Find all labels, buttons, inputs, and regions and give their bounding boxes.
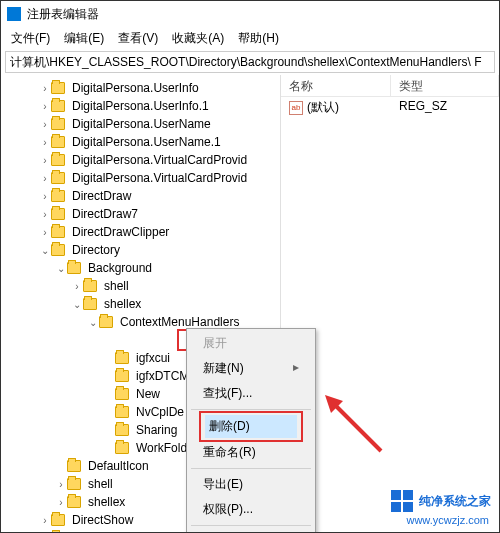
tree-item-label: DirectShow	[69, 512, 136, 528]
tree-item[interactable]: ›DigitalPersona.UserInfo.1	[1, 97, 280, 115]
ctx-delete-highlight: 删除(D)	[199, 411, 303, 442]
ctx-separator	[191, 409, 311, 410]
value-type: REG_SZ	[391, 99, 499, 116]
menu-edit[interactable]: 编辑(E)	[58, 28, 110, 49]
chevron-down-icon: ⌄	[39, 245, 51, 256]
folder-icon	[115, 352, 129, 364]
list-row[interactable]: ab (默认) REG_SZ	[281, 97, 499, 118]
ctx-rename[interactable]: 重命名(R)	[189, 440, 313, 465]
folder-icon	[115, 424, 129, 436]
tree-item[interactable]: ›shell	[1, 277, 280, 295]
string-value-icon: ab	[289, 101, 303, 115]
tree-item[interactable]: ›DigitalPersona.UserName.1	[1, 133, 280, 151]
folder-icon	[51, 514, 65, 526]
tree-item[interactable]: ⌄Background	[1, 259, 280, 277]
value-name: (默认)	[307, 99, 339, 116]
folder-icon	[99, 316, 113, 328]
address-bar[interactable]: 计算机\HKEY_CLASSES_ROOT\Directory\Backgrou…	[5, 51, 495, 73]
folder-icon	[67, 496, 81, 508]
ctx-delete[interactable]: 删除(D)	[205, 415, 297, 438]
folder-icon	[51, 82, 65, 94]
folder-icon	[51, 100, 65, 112]
tree-item-label: DigitalPersona.UserInfo	[69, 80, 202, 96]
folder-icon	[51, 208, 65, 220]
ctx-separator	[191, 525, 311, 526]
col-header-name[interactable]: 名称	[281, 75, 391, 96]
watermark-text: 纯净系统之家	[419, 493, 491, 510]
tree-item-label: shellex	[85, 494, 128, 510]
ctx-permissions[interactable]: 权限(P)...	[189, 497, 313, 522]
tree-item[interactable]: ›DirectDraw	[1, 187, 280, 205]
watermark-logo: 纯净系统之家	[391, 490, 491, 512]
list-header: 名称 类型	[281, 75, 499, 97]
tree-item-label: DigitalPersona.VirtualCardProvid	[69, 152, 250, 168]
tree-item[interactable]: ⌄shellex	[1, 295, 280, 313]
ctx-new[interactable]: 新建(N)▸	[189, 356, 313, 381]
context-menu: 展开 新建(N)▸ 查找(F)... 删除(D) 重命名(R) 导出(E) 权限…	[186, 328, 316, 533]
menubar: 文件(F) 编辑(E) 查看(V) 收藏夹(A) 帮助(H)	[1, 27, 499, 49]
tree-item-label: shellex	[101, 296, 144, 312]
chevron-right-icon: ›	[39, 209, 51, 220]
tree-item-label: DirectDrawClipper	[69, 224, 172, 240]
chevron-down-icon: ⌄	[55, 263, 67, 274]
ctx-find[interactable]: 查找(F)...	[189, 381, 313, 406]
chevron-right-icon: ›	[71, 281, 83, 292]
chevron-right-icon: ›	[39, 101, 51, 112]
folder-icon	[67, 460, 81, 472]
chevron-right-icon: ›	[39, 155, 51, 166]
tree-item[interactable]: ›DirectDrawClipper	[1, 223, 280, 241]
folder-icon	[51, 226, 65, 238]
tree-item-label: Sharing	[133, 422, 180, 438]
menu-view[interactable]: 查看(V)	[112, 28, 164, 49]
folder-icon	[67, 478, 81, 490]
tree-item-label: DefaultIcon	[85, 458, 152, 474]
menu-favorites[interactable]: 收藏夹(A)	[166, 28, 230, 49]
chevron-right-icon: ›	[39, 137, 51, 148]
tree-item-label: New	[133, 386, 163, 402]
folder-icon	[115, 406, 129, 418]
tree-item-label: shell	[85, 476, 116, 492]
folder-icon	[51, 118, 65, 130]
chevron-right-icon: ›	[39, 227, 51, 238]
tree-item-label: igfxcui	[133, 350, 173, 366]
folder-icon	[67, 262, 81, 274]
tree-item-label: DigitalPersona.UserName.1	[69, 134, 224, 150]
tree-item-label: DigitalPersona.UserInfo.1	[69, 98, 212, 114]
tree-item[interactable]: ›DigitalPersona.VirtualCardProvid	[1, 151, 280, 169]
tree-item-label: DirectDraw7	[69, 206, 141, 222]
chevron-right-icon: ›	[39, 173, 51, 184]
chevron-down-icon: ⌄	[87, 317, 99, 328]
folder-icon	[83, 298, 97, 310]
tree-item[interactable]: ›DirectDraw7	[1, 205, 280, 223]
tree-item-label: DigitalPersona.UserName	[69, 116, 214, 132]
folder-icon	[83, 280, 97, 292]
menu-help[interactable]: 帮助(H)	[232, 28, 285, 49]
folder-icon	[115, 370, 129, 382]
ctx-separator	[191, 468, 311, 469]
folder-icon	[51, 244, 65, 256]
ctx-copy-key-name[interactable]: 复制项名称(C)	[189, 529, 313, 533]
folder-icon	[115, 442, 129, 454]
chevron-right-icon: ›	[39, 119, 51, 130]
tree-item-label: shell	[101, 278, 132, 294]
chevron-right-icon: ›	[55, 479, 67, 490]
tree-item[interactable]: ⌄Directory	[1, 241, 280, 259]
regedit-icon	[7, 7, 21, 21]
col-header-type[interactable]: 类型	[391, 75, 499, 96]
tree-item-label: DirectXFile	[69, 530, 134, 532]
tree-item[interactable]: ›DigitalPersona.UserInfo	[1, 79, 280, 97]
tree-item[interactable]: ›DigitalPersona.UserName	[1, 115, 280, 133]
tree-item[interactable]: ›DigitalPersona.VirtualCardProvid	[1, 169, 280, 187]
menu-file[interactable]: 文件(F)	[5, 28, 56, 49]
chevron-right-icon: ›	[39, 515, 51, 526]
chevron-right-icon: ›	[39, 83, 51, 94]
tree-item-label: Directory	[69, 242, 123, 258]
tree-item-label: WorkFold	[133, 440, 190, 456]
folder-icon	[51, 154, 65, 166]
ctx-expand: 展开	[189, 331, 313, 356]
tree-item-label: NvCplDe	[133, 404, 187, 420]
chevron-right-icon: ›	[39, 191, 51, 202]
tree-item-label: DirectDraw	[69, 188, 134, 204]
ctx-export[interactable]: 导出(E)	[189, 472, 313, 497]
tree-item-label: DigitalPersona.VirtualCardProvid	[69, 170, 250, 186]
